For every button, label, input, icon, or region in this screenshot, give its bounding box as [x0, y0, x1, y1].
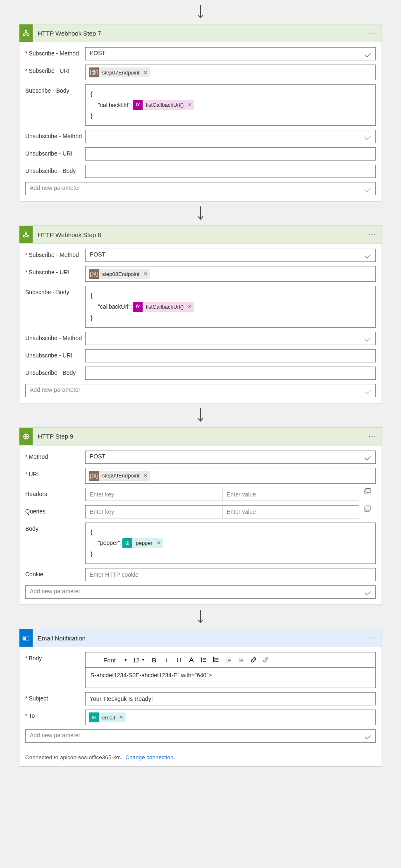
outlook-icon: O	[19, 629, 33, 647]
label-subscribe-body: Subscribe - Body	[25, 84, 85, 94]
more-menu-button[interactable]: ···	[369, 231, 377, 238]
fx-icon: fx	[133, 100, 143, 110]
svg-rect-15	[366, 488, 370, 493]
label-headers: Headers	[25, 488, 85, 497]
indent-button[interactable]	[235, 654, 247, 666]
flow-arrow	[0, 403, 401, 427]
svg-point-28	[201, 659, 202, 660]
token-parameter[interactable]: [@] step08Endpoint ✕	[89, 269, 150, 279]
label-unsubscribe-method: Unsubscribe - Method	[25, 130, 85, 139]
switch-to-text-mode-button[interactable]	[364, 488, 371, 495]
label-unsubscribe-body: Unsubscribe - Body	[25, 165, 85, 174]
italic-button[interactable]: I	[161, 654, 172, 666]
fx-icon: fx	[133, 302, 143, 312]
card-header[interactable]: HTTP Step 9 ···	[19, 428, 382, 446]
dynamic-content-icon	[122, 538, 132, 548]
to-input[interactable]: email ✕	[85, 710, 376, 725]
more-menu-button[interactable]: ···	[369, 433, 377, 440]
token-parameter[interactable]: [@] step09Endpoint ✕	[89, 471, 150, 481]
rich-text-toolbar: Font 12 B I U 123	[85, 652, 376, 667]
unlink-button[interactable]	[260, 654, 272, 666]
remove-token-button[interactable]: ✕	[143, 471, 150, 481]
change-connection-link[interactable]: Change connection.	[125, 754, 175, 760]
dynamic-content-icon	[89, 712, 99, 722]
underline-button[interactable]: U	[173, 654, 185, 666]
subscribe-uri-input[interactable]: [@] step08Endpoint ✕	[85, 266, 376, 282]
svg-point-7	[25, 232, 27, 234]
arrow-down-icon	[197, 5, 204, 19]
flow-arrow	[0, 605, 401, 629]
subscribe-method-select[interactable]: POST	[85, 47, 376, 60]
subject-input[interactable]	[85, 692, 376, 705]
method-select[interactable]: POST	[85, 451, 376, 464]
color-button[interactable]	[186, 654, 197, 666]
card-title: HTTP Webhook Step 7	[33, 30, 101, 37]
query-value-input[interactable]	[222, 505, 359, 518]
unsubscribe-uri-input[interactable]	[85, 147, 376, 161]
flow-arrow	[0, 0, 401, 24]
remove-token-button[interactable]: ✕	[156, 538, 163, 548]
token-expression[interactable]: fx listCallbackUrl() ✕	[133, 302, 194, 312]
add-parameter-dropdown[interactable]: Add new parameter	[25, 729, 376, 743]
more-menu-button[interactable]: ···	[369, 635, 377, 641]
label-subscribe-method: *Subscribe - Method	[25, 47, 85, 57]
subscribe-body-input[interactable]: { "callbackUrl": fx listCallbackUrl() ✕ …	[85, 286, 376, 327]
subscribe-method-select[interactable]: POST	[85, 249, 376, 262]
label-cookie: Cookie	[25, 568, 85, 578]
card-http-step-9: HTTP Step 9 ··· *Method POST *URI [@] st…	[19, 427, 382, 605]
add-parameter-dropdown[interactable]: Add new parameter	[25, 585, 376, 599]
font-select[interactable]: Font	[88, 654, 129, 666]
remove-token-button[interactable]: ✕	[187, 100, 194, 110]
connection-info: Connected to apicon-sos-office365-krc. C…	[19, 748, 382, 766]
subscribe-uri-input[interactable]: [@] step07Endpoint ✕	[85, 65, 376, 80]
svg-point-30	[201, 661, 202, 662]
remove-token-button[interactable]: ✕	[118, 712, 126, 722]
font-size-select[interactable]: 12	[130, 654, 148, 666]
card-header[interactable]: HTTP Webhook Step 8 ···	[19, 226, 382, 244]
label-unsubscribe-uri: Unsubscribe - URI	[25, 147, 85, 157]
label-body: Body	[25, 523, 85, 532]
remove-token-button[interactable]: ✕	[187, 302, 194, 312]
unsubscribe-body-input[interactable]	[85, 367, 376, 380]
switch-to-text-mode-button[interactable]	[364, 505, 371, 513]
unsubscribe-body-input[interactable]	[85, 165, 376, 178]
remove-token-button[interactable]: ✕	[143, 269, 150, 279]
header-key-input[interactable]	[85, 488, 222, 501]
body-input[interactable]: { "pepper": pepper ✕ }	[85, 523, 376, 564]
add-parameter-dropdown[interactable]: Add new parameter	[25, 182, 376, 195]
more-menu-button[interactable]: ···	[369, 30, 377, 36]
svg-rect-19	[366, 506, 370, 510]
label-unsubscribe-uri: Unsubscribe - URI	[25, 349, 85, 359]
subscribe-body-input[interactable]: { "callbackUrl": fx listCallbackUrl() ✕ …	[85, 84, 376, 126]
add-parameter-dropdown[interactable]: Add new parameter	[25, 384, 376, 397]
body-editor[interactable]: S-abcdef1234-S0E-abcdef1234-E" with="640…	[85, 667, 376, 688]
label-subject: *Subject	[25, 692, 85, 702]
outdent-button[interactable]	[223, 654, 234, 666]
unsubscribe-method-select[interactable]	[85, 332, 376, 345]
link-button[interactable]	[248, 654, 259, 666]
parameter-icon: [@]	[89, 471, 99, 481]
remove-token-button[interactable]: ✕	[143, 67, 150, 77]
unsubscribe-method-select[interactable]	[85, 130, 376, 143]
token-expression[interactable]: fx listCallbackUrl() ✕	[133, 100, 194, 110]
flow-arrow	[0, 201, 401, 225]
uri-input[interactable]: [@] step09Endpoint ✕	[85, 468, 376, 484]
label-subscribe-uri: *Subscribe - URI	[25, 65, 85, 74]
card-header[interactable]: HTTP Webhook Step 7 ···	[19, 24, 382, 42]
number-list-button[interactable]: 123	[210, 654, 222, 666]
header-value-input[interactable]	[222, 488, 359, 501]
cookie-input[interactable]	[85, 568, 376, 581]
http-icon	[19, 428, 33, 445]
label-queries: Queries	[25, 505, 85, 515]
bullet-list-button[interactable]	[198, 654, 210, 666]
webhook-icon	[19, 226, 33, 243]
label-to: *To	[25, 710, 85, 719]
unsubscribe-uri-input[interactable]	[85, 349, 376, 362]
bold-button[interactable]: B	[148, 654, 160, 666]
token-dynamic[interactable]: pepper ✕	[122, 538, 163, 548]
query-key-input[interactable]	[85, 505, 222, 518]
token-parameter[interactable]: [@] step07Endpoint ✕	[89, 67, 150, 77]
label-method: *Method	[25, 451, 85, 460]
token-dynamic[interactable]: email ✕	[89, 712, 126, 722]
card-header[interactable]: O Email Notification ···	[19, 629, 382, 647]
